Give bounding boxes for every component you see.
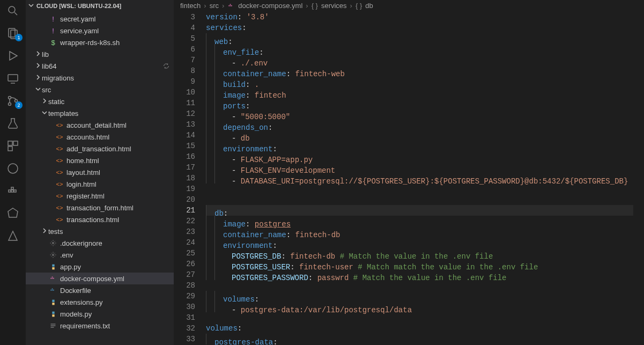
code-line[interactable]: container_name: fintech-db xyxy=(206,226,633,237)
folder-row[interactable]: lib64 xyxy=(26,60,174,72)
code-line[interactable]: - FLASK_ENV=development xyxy=(206,162,633,173)
explorer-icon[interactable]: 1 xyxy=(6,27,19,40)
code-line[interactable]: - FLASK_APP=app.py xyxy=(206,151,633,162)
crumb[interactable]: fintech xyxy=(180,2,201,10)
svg-rect-30 xyxy=(52,289,53,290)
code-line[interactable]: POSTGRES_USER: fintech-user # Match matc… xyxy=(206,259,633,269)
file-row[interactable]: app.py xyxy=(26,261,174,273)
braces-icon: { } xyxy=(312,2,318,10)
code-editor[interactable]: 3456789101112131415161718192021222324252… xyxy=(174,12,644,345)
code-line[interactable] xyxy=(206,194,633,205)
html-file-icon: <> xyxy=(55,193,64,199)
code-line[interactable]: - DATABASE_URI=postgresql://${POSTGRES_U… xyxy=(206,173,633,183)
code-line[interactable]: - "5000:5000" xyxy=(206,108,633,119)
code-line[interactable]: - ./.env xyxy=(206,55,633,65)
code-line[interactable]: environment: xyxy=(206,141,633,151)
crumb[interactable]: db xyxy=(365,2,373,10)
svg-rect-29 xyxy=(53,290,54,291)
line-number: 7 xyxy=(174,55,195,65)
folder-row[interactable]: src xyxy=(26,84,174,96)
file-label: add_transaction.html xyxy=(66,145,131,153)
code-line[interactable]: container_name: fintech-web xyxy=(206,65,633,76)
file-row[interactable]: .env xyxy=(26,249,174,261)
svg-rect-28 xyxy=(52,290,53,291)
code-line[interactable]: build: . xyxy=(206,76,633,87)
code-line[interactable]: env_file: xyxy=(206,44,633,55)
scm-icon[interactable]: 2 xyxy=(6,94,19,107)
code-line[interactable]: image: postgres xyxy=(206,216,633,226)
folder-row[interactable]: tests xyxy=(26,225,174,237)
file-row[interactable]: extensions.py xyxy=(26,296,174,308)
code-line[interactable] xyxy=(206,183,633,194)
crumb[interactable]: services xyxy=(321,2,347,10)
file-row[interactable]: !secret.yaml xyxy=(26,13,174,25)
code-line[interactable]: POSTGRES_DB: fintech-db # Match the valu… xyxy=(206,248,633,259)
code-line[interactable]: db: xyxy=(206,205,633,216)
code-line[interactable]: environment: xyxy=(206,237,633,248)
docker-icon[interactable] xyxy=(6,185,19,197)
folder-row[interactable]: lib xyxy=(26,48,174,60)
kubernetes-icon[interactable] xyxy=(6,207,19,220)
github-icon[interactable] xyxy=(6,162,19,175)
line-number: 30 xyxy=(174,302,195,312)
python-file-icon xyxy=(48,311,58,318)
breadcrumb[interactable]: fintech › src › docker-compose.yml › { }… xyxy=(174,0,644,12)
code-line[interactable]: services: xyxy=(206,23,633,33)
code-line[interactable] xyxy=(206,280,633,291)
beaker-icon[interactable] xyxy=(6,117,19,130)
code-line[interactable]: POSTGRES_PASSWORD: passwrd # Match the v… xyxy=(206,269,633,280)
code-line[interactable]: volumes: xyxy=(206,291,633,302)
crumb[interactable]: src xyxy=(210,2,219,10)
file-row[interactable]: <>account_detail.html xyxy=(26,119,174,131)
file-row[interactable]: <>transaction_form.html xyxy=(26,202,174,214)
file-row[interactable]: <>add_transaction.html xyxy=(26,143,174,155)
remote-icon[interactable] xyxy=(6,72,19,85)
file-row[interactable]: docker-compose.yml xyxy=(26,273,174,284)
minimap[interactable] xyxy=(633,12,644,345)
code-line[interactable]: web: xyxy=(206,33,633,44)
file-row[interactable]: <>login.html xyxy=(26,178,174,190)
file-row[interactable]: !service.yaml xyxy=(26,25,174,36)
line-number: 33 xyxy=(174,334,195,344)
azure-icon[interactable] xyxy=(6,230,19,243)
code-line[interactable] xyxy=(206,312,633,323)
search-icon[interactable] xyxy=(6,4,19,17)
file-row[interactable]: <>register.html xyxy=(26,190,174,202)
file-row[interactable]: <>transactions.html xyxy=(26,214,174,225)
code-line[interactable]: ports: xyxy=(206,98,633,108)
extensions-icon[interactable] xyxy=(6,140,19,152)
folder-row[interactable]: templates xyxy=(26,107,174,119)
code-content[interactable]: version: '3.8'services:web:env_file:- ./… xyxy=(206,12,633,345)
code-line[interactable]: - postgres-data:/var/lib/postgresql/data xyxy=(206,302,633,312)
code-line[interactable]: postgres-data: xyxy=(206,334,633,344)
line-number: 4 xyxy=(174,23,195,33)
file-row[interactable]: Dockerfile xyxy=(26,284,174,296)
file-row[interactable]: <>home.html xyxy=(26,155,174,166)
editor-pane: fintech › src › docker-compose.yml › { }… xyxy=(174,0,644,345)
line-number: 23 xyxy=(174,226,195,237)
file-row[interactable]: .dockerignore xyxy=(26,237,174,249)
crumb[interactable]: docker-compose.yml xyxy=(238,2,302,10)
line-number: 28 xyxy=(174,280,195,291)
folder-row[interactable]: migrations xyxy=(26,72,174,84)
explorer-header[interactable]: CLOUD [WSL: UBUNTU-22.04] xyxy=(26,0,174,12)
svg-point-14 xyxy=(8,164,18,173)
line-number: 6 xyxy=(174,44,195,55)
code-line[interactable]: image: fintech xyxy=(206,87,633,98)
file-row[interactable]: $wrapper-rds-k8s.sh xyxy=(26,36,174,48)
code-line[interactable]: volumes: xyxy=(206,323,633,334)
svg-rect-15 xyxy=(9,190,11,192)
file-row[interactable]: models.py xyxy=(26,308,174,320)
line-number: 5 xyxy=(174,33,195,44)
file-row[interactable]: <>layout.html xyxy=(26,166,174,178)
file-label: requirements.txt xyxy=(60,322,110,330)
folder-row[interactable]: static xyxy=(26,96,174,107)
svg-point-7 xyxy=(9,97,11,99)
run-icon[interactable] xyxy=(6,49,19,62)
code-line[interactable]: depends_on: xyxy=(206,119,633,130)
code-line[interactable]: - db xyxy=(206,130,633,141)
file-row[interactable]: requirements.txt xyxy=(26,320,174,332)
line-number: 15 xyxy=(174,141,195,151)
file-row[interactable]: <>accounts.html xyxy=(26,131,174,143)
code-line[interactable]: version: '3.8' xyxy=(206,12,633,23)
